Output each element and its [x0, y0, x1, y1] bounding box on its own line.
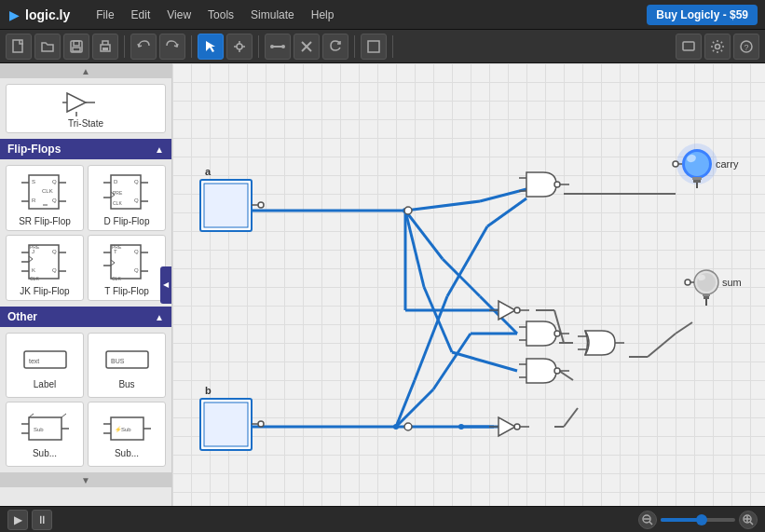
- sidebar-item-bus[interactable]: BUS Bus: [88, 333, 166, 398]
- zoom-slider-thumb[interactable]: [696, 514, 707, 525]
- carry-output-light[interactable]: carry: [673, 143, 739, 188]
- zoom-in-button[interactable]: [739, 511, 758, 529]
- sidebar-scroll-down[interactable]: ▼: [0, 472, 171, 487]
- sum-output-light[interactable]: sum: [685, 270, 742, 306]
- wire-group: [252, 189, 692, 430]
- svg-text:Q: Q: [134, 198, 139, 203]
- rectangle-tool[interactable]: [361, 34, 387, 60]
- settings-button[interactable]: [704, 34, 731, 60]
- pan-tool[interactable]: [226, 34, 253, 60]
- undo-button[interactable]: [130, 34, 157, 60]
- menu-simulate[interactable]: Simulate: [243, 5, 302, 25]
- menu-file[interactable]: File: [89, 5, 121, 25]
- svg-line-115: [564, 408, 578, 427]
- svg-text:?: ?: [745, 43, 749, 52]
- fullscreen-button[interactable]: [676, 34, 702, 60]
- svg-text:b: b: [205, 385, 212, 396]
- zoom-slider[interactable]: [661, 518, 735, 522]
- svg-point-131: [514, 307, 520, 313]
- svg-text:Q: Q: [134, 179, 139, 184]
- sidebar-item-d-ff[interactable]: D Q Q PRE CLK D Flip-Flop: [88, 165, 166, 231]
- svg-line-172: [649, 522, 652, 525]
- label-item-label: Label: [34, 379, 56, 389]
- svg-rect-166: [704, 296, 709, 299]
- svg-rect-125: [204, 402, 248, 446]
- save-button[interactable]: [63, 34, 89, 60]
- new-button[interactable]: [6, 34, 32, 60]
- logo-arrow-icon: ▶: [9, 7, 20, 22]
- tristate-label: Tri-State: [68, 118, 103, 129]
- sidebar-item-label[interactable]: text Label: [6, 333, 84, 398]
- svg-rect-156: [692, 177, 702, 180]
- toolbar-separator-2: [191, 35, 192, 58]
- select-tool[interactable]: [198, 34, 224, 60]
- sidebar-scroll-up[interactable]: ▲: [0, 63, 171, 78]
- svg-text:CLK: CLK: [42, 188, 53, 194]
- svg-point-118: [458, 424, 464, 430]
- wire-tool[interactable]: [265, 34, 291, 60]
- collapse-other-icon: ▲: [155, 312, 164, 322]
- svg-text:Q: Q: [52, 249, 57, 254]
- svg-text:carry: carry: [716, 158, 739, 170]
- svg-point-143: [554, 331, 560, 336]
- sr-ff-label: SR Flip-Flop: [19, 216, 71, 226]
- help-button[interactable]: ?: [733, 34, 759, 60]
- svg-text:Q: Q: [52, 198, 57, 203]
- input-a-component[interactable]: a: [200, 166, 264, 231]
- nand-gate-carry[interactable]: [519, 172, 569, 197]
- svg-line-91: [396, 389, 433, 427]
- toolbar: ?: [0, 30, 765, 63]
- buy-button[interactable]: Buy Logicly - $59: [647, 5, 758, 25]
- jk-ff-label: JK Flip-Flop: [20, 286, 69, 296]
- svg-line-92: [433, 334, 471, 389]
- input-b-component[interactable]: b: [200, 385, 264, 450]
- svg-text:R: R: [32, 198, 36, 203]
- buffer-b[interactable]: [489, 417, 529, 436]
- sidebar-item-sub2[interactable]: ⚡Sub Sub...: [88, 402, 166, 467]
- pause-button[interactable]: ⏸: [32, 510, 52, 530]
- circuit-canvas[interactable]: a b: [172, 63, 765, 506]
- svg-line-89: [452, 352, 517, 371]
- sidebar-item-t-ff[interactable]: T Q Q PRE CLK T Flip-Flop: [88, 235, 166, 301]
- sidebar-scroll-handle[interactable]: ◀: [160, 266, 171, 304]
- section-header-flipflops[interactable]: Flip-Flops ▲: [0, 139, 171, 159]
- redo-button[interactable]: [159, 34, 185, 60]
- svg-text:Q: Q: [52, 179, 57, 184]
- svg-rect-3: [73, 48, 80, 51]
- svg-line-175: [750, 522, 753, 525]
- svg-text:CLK: CLK: [30, 276, 39, 281]
- or-gate-sum[interactable]: [578, 331, 624, 355]
- svg-point-160: [673, 161, 678, 167]
- menu-edit[interactable]: Edit: [124, 5, 158, 25]
- menu-tools[interactable]: Tools: [200, 5, 241, 25]
- sidebar-item-sub1[interactable]: Sub Sub...: [6, 402, 84, 467]
- print-button[interactable]: [92, 34, 118, 60]
- canvas-area[interactable]: a b: [172, 63, 765, 506]
- svg-point-135: [514, 424, 520, 430]
- svg-point-123: [258, 202, 264, 208]
- sidebar-item-sr-ff[interactable]: S R Q Q CLK SR Flip-Flop: [6, 165, 84, 231]
- titlebar: ▶ logic.ly File Edit View Tools Simulate…: [0, 0, 765, 30]
- svg-rect-157: [693, 180, 701, 183]
- svg-point-139: [554, 182, 560, 187]
- svg-point-7: [237, 44, 242, 49]
- collapse-flipflops-icon: ▲: [155, 144, 164, 155]
- play-button[interactable]: ▶: [7, 510, 28, 530]
- section-header-other[interactable]: Other ▲: [0, 307, 171, 327]
- sidebar-item-tristate[interactable]: Tri-State: [6, 84, 166, 133]
- svg-rect-14: [683, 42, 694, 50]
- nand-gate-sum-lower[interactable]: [519, 359, 569, 383]
- sidebar-item-jk-ff[interactable]: J K Q Q PRE CLK JK Flip-Flop: [6, 235, 84, 301]
- open-button[interactable]: [34, 34, 61, 60]
- buffer-a[interactable]: [489, 301, 529, 320]
- menu-view[interactable]: View: [159, 5, 198, 25]
- svg-text:sum: sum: [722, 277, 742, 288]
- menu-help[interactable]: Help: [304, 5, 342, 25]
- zoom-controls: [638, 511, 758, 529]
- section-label-other: Other: [7, 310, 37, 323]
- node-a1: [404, 207, 412, 214]
- svg-text:CLK: CLK: [112, 276, 121, 281]
- delete-tool[interactable]: [294, 34, 320, 60]
- zoom-out-button[interactable]: [638, 511, 657, 529]
- rotate-tool[interactable]: [322, 34, 348, 60]
